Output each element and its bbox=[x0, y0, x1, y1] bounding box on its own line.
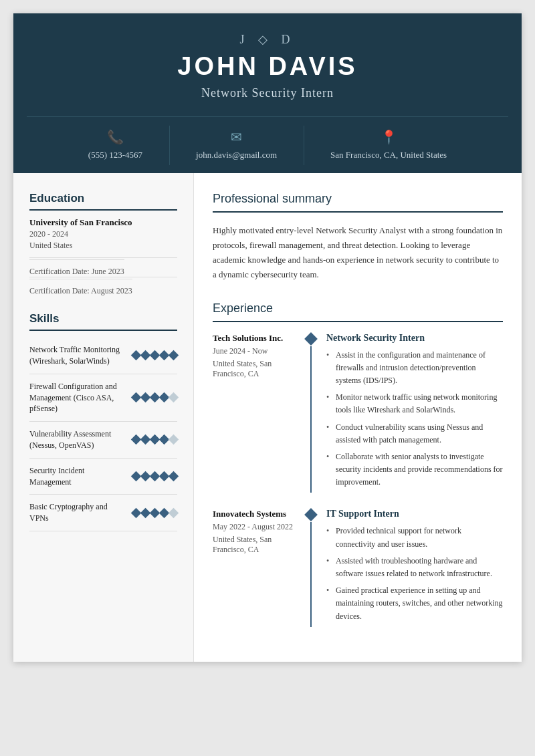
skill-dot bbox=[169, 434, 179, 445]
edu-dates: 2020 - 2024 bbox=[29, 229, 177, 239]
full-name: JOHN DAVIS bbox=[27, 52, 508, 81]
contact-bar: 📞 (555) 123-4567 ✉ john.davis@gmail.com … bbox=[27, 116, 508, 173]
skill-dot bbox=[169, 392, 179, 403]
skill-dot bbox=[159, 350, 170, 361]
experience-section: Experience Tech Solutions Inc.June 2024 … bbox=[213, 301, 503, 627]
exp-bullet: Collaborate with senior analysts to inve… bbox=[326, 451, 503, 489]
education-title: Education bbox=[29, 192, 177, 211]
job-title: Network Security Intern bbox=[27, 86, 508, 100]
left-column: Education University of San Francisco 20… bbox=[13, 173, 194, 662]
location-contact: 📍 San Francisco, CA, United States bbox=[304, 117, 473, 173]
exp-diamond-icon bbox=[304, 332, 318, 346]
exp-left: Innovatech SystemsMay 2022 - August 2022… bbox=[213, 509, 306, 626]
exp-right: Network Security InternAssist in the con… bbox=[326, 333, 503, 493]
skill-dots bbox=[132, 394, 177, 401]
skill-dot bbox=[169, 507, 179, 518]
cert-date-2: Certification Date: August 2023 bbox=[29, 279, 132, 302]
email-icon: ✉ bbox=[231, 129, 242, 145]
experience-list: Tech Solutions Inc.June 2024 - NowUnited… bbox=[213, 333, 503, 627]
skills-list: Network Traffic Monitoring (Wireshark, S… bbox=[29, 338, 177, 531]
exp-location: United States, San Francisco, CA bbox=[213, 535, 296, 555]
skill-name: Network Traffic Monitoring (Wireshark, S… bbox=[29, 344, 132, 367]
phone-icon: 📞 bbox=[107, 129, 124, 145]
skill-dot bbox=[169, 350, 179, 361]
exp-right: IT Support InternProvided technical supp… bbox=[326, 509, 503, 626]
skill-dot bbox=[131, 434, 142, 445]
exp-dates: June 2024 - Now bbox=[213, 346, 296, 356]
right-column: Professional summary Highly motivated en… bbox=[194, 173, 522, 662]
skill-row: Network Traffic Monitoring (Wireshark, S… bbox=[29, 338, 177, 374]
skill-name: Security Incident Management bbox=[29, 465, 132, 488]
edu-location: United States bbox=[29, 241, 177, 251]
exp-timeline-line bbox=[310, 346, 312, 493]
email-address: john.davis@gmail.com bbox=[196, 149, 277, 161]
location-icon: 📍 bbox=[381, 129, 397, 145]
skill-dots bbox=[132, 352, 177, 359]
exp-company: Tech Solutions Inc. bbox=[213, 333, 296, 344]
skill-dot bbox=[140, 350, 151, 361]
skill-dots bbox=[132, 436, 177, 443]
exp-role: IT Support Intern bbox=[326, 509, 503, 519]
exp-bullet: Monitor network traffic using network mo… bbox=[326, 391, 503, 416]
exp-timeline-line bbox=[310, 522, 312, 626]
skill-name: Vulnerability Assessment (Nessus, OpenVA… bbox=[29, 428, 132, 451]
skill-dot bbox=[131, 350, 142, 361]
exp-divider bbox=[306, 333, 316, 493]
exp-bullet: Assisted with troubleshooting hardware a… bbox=[326, 555, 503, 580]
skill-dot bbox=[150, 392, 160, 403]
exp-bullets: Provided technical support for network c… bbox=[326, 525, 503, 622]
skill-dot bbox=[131, 392, 142, 403]
skill-dots bbox=[132, 473, 177, 480]
skill-dot bbox=[159, 434, 170, 445]
exp-role: Network Security Intern bbox=[326, 333, 503, 344]
education-section: Education University of San Francisco 20… bbox=[29, 192, 177, 296]
skill-dot bbox=[140, 434, 151, 445]
exp-divider bbox=[306, 509, 316, 626]
experience-title: Experience bbox=[213, 301, 503, 322]
resume-body: Education University of San Francisco 20… bbox=[13, 173, 522, 662]
skill-name: Firewall Configuration and Management (C… bbox=[29, 381, 132, 414]
exp-diamond-icon bbox=[304, 509, 318, 522]
resume-header: J ◇ D JOHN DAVIS Network Security Intern… bbox=[13, 13, 522, 173]
skills-title: Skills bbox=[29, 312, 177, 331]
skill-name: Basic Cryptography and VPNs bbox=[29, 501, 132, 524]
school-name: University of San Francisco bbox=[29, 217, 177, 228]
exp-bullet: Gained practical experience in setting u… bbox=[326, 584, 503, 623]
skill-dot bbox=[150, 350, 160, 361]
exp-location: United States, San Francisco, CA bbox=[213, 359, 296, 379]
summary-text: Highly motivated entry-level Network Sec… bbox=[213, 223, 503, 282]
resume-wrapper: J ◇ D JOHN DAVIS Network Security Intern… bbox=[13, 13, 522, 662]
skill-dots bbox=[132, 509, 177, 517]
skill-dot bbox=[140, 392, 151, 403]
summary-title: Professional summary bbox=[213, 192, 503, 213]
exp-left: Tech Solutions Inc.June 2024 - NowUnited… bbox=[213, 333, 306, 493]
cert-1: Certification Date: June 2023 bbox=[29, 257, 177, 277]
skill-row: Security Incident Management bbox=[29, 459, 177, 495]
skills-section: Skills Network Traffic Monitoring (Wires… bbox=[29, 312, 177, 531]
cert-2: Certification Date: August 2023 bbox=[29, 277, 177, 296]
experience-entry: Innovatech SystemsMay 2022 - August 2022… bbox=[213, 509, 503, 626]
experience-entry: Tech Solutions Inc.June 2024 - NowUnited… bbox=[213, 333, 503, 493]
exp-bullet: Conduct vulnerability scans using Nessus… bbox=[326, 421, 503, 447]
exp-company: Innovatech Systems bbox=[213, 509, 296, 519]
email-contact: ✉ john.davis@gmail.com bbox=[169, 117, 304, 173]
skill-dot bbox=[159, 392, 170, 403]
skill-dot bbox=[150, 434, 160, 445]
exp-bullet: Assist in the configuration and maintena… bbox=[326, 349, 503, 388]
skill-row: Firewall Configuration and Management (C… bbox=[29, 374, 177, 422]
monogram: J ◇ D bbox=[27, 32, 508, 47]
skill-row: Vulnerability Assessment (Nessus, OpenVA… bbox=[29, 422, 177, 459]
exp-bullet: Provided technical support for network c… bbox=[326, 525, 503, 550]
summary-section: Professional summary Highly motivated en… bbox=[213, 192, 503, 282]
exp-dates: May 2022 - August 2022 bbox=[213, 522, 296, 532]
location-text: San Francisco, CA, United States bbox=[330, 149, 447, 161]
skill-row: Basic Cryptography and VPNs bbox=[29, 495, 177, 531]
exp-bullets: Assist in the configuration and maintena… bbox=[326, 349, 503, 489]
phone-contact: 📞 (555) 123-4567 bbox=[62, 117, 169, 173]
skill-dot bbox=[169, 471, 179, 482]
phone-number: (555) 123-4567 bbox=[88, 149, 142, 161]
